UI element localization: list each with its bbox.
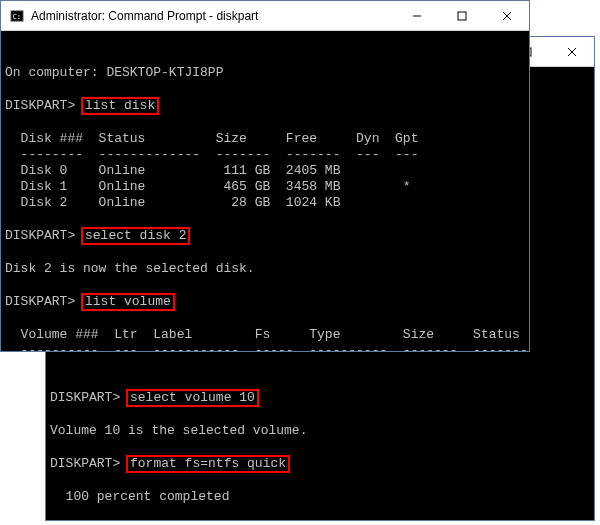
terminal-front[interactable]: On computer: DESKTOP-KTJI8PP DISKPART> l…	[1, 31, 529, 351]
prompt-line: DISKPART> select disk 2	[5, 227, 525, 245]
cmd-window-front: C: Administrator: Command Prompt - diskp…	[0, 0, 530, 352]
cmd-list-volume: list volume	[81, 293, 175, 311]
volume-table-header: Volume ### Ltr Label Fs Type Size Status…	[5, 327, 525, 343]
close-button[interactable]	[549, 37, 594, 66]
disk-table-row: Disk 1 Online 465 GB 3458 MB *	[5, 179, 525, 195]
close-button[interactable]	[484, 1, 529, 30]
prompt-line: DISKPART> list disk	[5, 97, 525, 115]
minimize-button[interactable]	[394, 1, 439, 30]
cmd-select-volume: select volume 10	[126, 389, 259, 407]
cmd-list-disk: list disk	[81, 97, 159, 115]
maximize-button[interactable]	[439, 1, 484, 30]
titlebar-front[interactable]: C: Administrator: Command Prompt - diskp…	[1, 1, 529, 31]
disk-table-row: Disk 0 Online 111 GB 2405 MB	[5, 163, 525, 179]
on-computer-label: On computer: DESKTOP-KTJI8PP	[5, 65, 525, 81]
prompt-line: DISKPART> format fs=ntfs quick	[50, 455, 590, 473]
svg-text:C:: C:	[13, 12, 21, 20]
cmd-select-disk: select disk 2	[81, 227, 190, 245]
cmd-format: format fs=ntfs quick	[126, 455, 290, 473]
disk-table-header: Disk ### Status Size Free Dyn Gpt	[5, 131, 525, 147]
volume-table-divider: ---------- --- ----------- ----- -------…	[5, 343, 525, 351]
disk-table-divider: -------- ------------- ------- ------- -…	[5, 147, 525, 163]
msg-selected-volume: Volume 10 is the selected volume.	[50, 423, 590, 439]
prompt-line: DISKPART> list volume	[5, 293, 525, 311]
prompt-line: DISKPART> select volume 10	[50, 389, 590, 407]
disk-table-row: Disk 2 Online 28 GB 1024 KB	[5, 195, 525, 211]
msg-selected-disk: Disk 2 is now the selected disk.	[5, 261, 525, 277]
cmd-icon: C:	[9, 8, 25, 24]
msg-progress: 100 percent completed	[50, 489, 590, 505]
svg-rect-9	[458, 12, 466, 20]
window-title-front: Administrator: Command Prompt - diskpart	[31, 9, 394, 23]
terminal-front-body: On computer: DESKTOP-KTJI8PP DISKPART> l…	[5, 65, 525, 351]
